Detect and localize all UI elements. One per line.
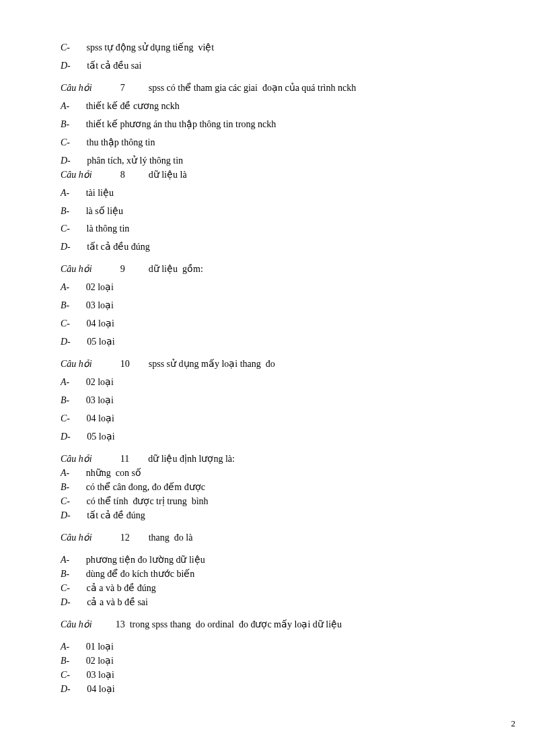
option-letter: C- <box>61 137 70 147</box>
option-text: 02 loại <box>86 282 114 292</box>
question-header: Câu hỏi 9 dữ liệu gồm: <box>61 263 488 275</box>
option-line: D- tất cả đề đúng <box>61 510 488 521</box>
question-number: 10 <box>120 359 130 369</box>
option-text: 05 loại <box>87 432 114 442</box>
option-letter: D- <box>61 156 71 166</box>
option-line: C- thu thập thông tin <box>61 137 488 148</box>
option-line: C- có thể tính được trị trung bình <box>61 495 488 507</box>
question-number: 11 <box>120 454 129 464</box>
option-letter: A- <box>61 282 69 292</box>
option-text: 04 loại <box>87 318 114 329</box>
option-letter: B- <box>61 656 69 666</box>
option-line: A- phương tiện đo lường dữ liệu <box>61 554 488 565</box>
question-label: Câu hỏi <box>61 532 92 543</box>
option-letter: B- <box>61 482 69 492</box>
option-text: 03 loại <box>86 300 114 310</box>
option-letter: B- <box>61 300 69 310</box>
option-letter: D- <box>61 432 71 442</box>
page-number: 2 <box>511 718 516 729</box>
question-label: Câu hỏi <box>61 359 92 369</box>
option-line: A- tài liệu <box>61 187 488 199</box>
option-letter: D- <box>61 337 71 347</box>
option-letter: D- <box>61 510 71 520</box>
option-letter: C- <box>61 670 70 680</box>
option-line: C- spss tự động sử dụng tiếng việt <box>61 42 488 53</box>
option-line: C- 04 loại <box>61 413 488 424</box>
option-line: D- 05 loại <box>61 431 488 442</box>
option-text: 03 loại <box>87 670 114 680</box>
option-text: tất cả đề đúng <box>87 510 145 520</box>
option-line: B- dùng để đo kích thước biến <box>61 568 488 580</box>
question-number: 7 <box>120 83 125 93</box>
option-text: 02 loại <box>86 377 114 387</box>
option-letter: D- <box>61 597 71 607</box>
document-page: C- spss tự động sử dụng tiếng việt D- tấ… <box>0 0 549 724</box>
option-text: có thể tính được trị trung bình <box>87 496 209 506</box>
option-text: cả a và b đề đúng <box>87 583 156 593</box>
option-letter: B- <box>61 395 69 405</box>
option-line: D- cả a và b đề sai <box>61 596 488 608</box>
option-letter: D- <box>61 242 71 252</box>
question-number: 8 <box>120 170 125 180</box>
question-text: spss sử dụng mấy loại thang đo <box>149 359 275 369</box>
option-text: những con số <box>86 468 141 478</box>
option-line: B- 03 loại <box>61 394 488 406</box>
question-label: Câu hỏi <box>61 264 92 274</box>
option-text: tất cả đều đúng <box>87 242 150 252</box>
question-label: Câu hỏi <box>61 170 92 180</box>
option-letter: B- <box>61 206 69 216</box>
question-text: dữ liệu định lượng là: <box>148 454 235 464</box>
question-header: Câu hỏi 12 thang đo là <box>61 532 488 543</box>
question-text: dữ liệu là <box>149 170 187 180</box>
option-text: 05 loại <box>87 337 114 347</box>
option-letter: A- <box>61 188 69 198</box>
option-letter: A- <box>61 642 69 652</box>
question-header: Câu hỏi 13 trong spss thang do ordinal đ… <box>61 619 488 630</box>
question-header: Câu hỏi 8 dữ liệu là <box>61 169 488 180</box>
option-text: 04 loại <box>87 684 114 694</box>
option-letter: D- <box>61 684 71 694</box>
option-line: B- là số liệu <box>61 205 488 217</box>
question-text: trong spss thang do ordinal đo được mấy … <box>130 619 342 629</box>
option-letter: B- <box>61 119 69 129</box>
option-letter: A- <box>61 468 69 478</box>
option-text: phân tích, xử lý thông tin <box>87 156 183 166</box>
question-header: Câu hỏi 10 spss sử dụng mấy loại thang đ… <box>61 358 488 370</box>
option-line: D- tất cả đều đúng <box>61 241 488 252</box>
option-line: D- phân tích, xử lý thông tin <box>61 155 488 166</box>
option-letter: C- <box>61 42 70 53</box>
option-text: thu thập thông tin <box>87 137 155 147</box>
option-line: A- 01 loại <box>61 641 488 652</box>
option-line: A- 02 loại <box>61 376 488 388</box>
option-line: A- thiết kế đề cương nckh <box>61 100 488 112</box>
option-line: B- thiết kế phương án thu thập thông tin… <box>61 118 488 130</box>
option-text: 01 loại <box>86 642 114 652</box>
option-line: D- tất cả đều sai <box>61 60 488 71</box>
option-line: C- 04 loại <box>61 318 488 329</box>
option-line: C- cả a và b đề đúng <box>61 582 488 594</box>
option-line: A- 02 loại <box>61 281 488 293</box>
option-letter: A- <box>61 377 69 387</box>
question-header: Câu hỏi 11 dữ liệu định lượng là: <box>61 453 488 465</box>
question-header: Câu hỏi 7 spss có thể tham gia các giai … <box>61 82 488 94</box>
option-text: thiết kế đề cương nckh <box>86 101 180 111</box>
option-line: C- là thông tin <box>61 224 488 234</box>
option-line: B- có thể cân đong, đo đếm được <box>61 481 488 493</box>
option-line: C- 03 loại <box>61 669 488 681</box>
option-line: D- 04 loại <box>61 683 488 695</box>
option-text: tất cả đều sai <box>87 61 141 71</box>
option-text: 04 loại <box>87 413 114 423</box>
option-letter: A- <box>61 101 69 111</box>
option-letter: D- <box>61 61 71 71</box>
option-line: A- những con số <box>61 467 488 479</box>
option-letter: C- <box>61 318 70 329</box>
option-text: là thông tin <box>87 224 130 234</box>
option-letter: A- <box>61 555 69 565</box>
option-text: 03 loại <box>86 395 114 405</box>
question-number: 12 <box>120 532 130 543</box>
option-text: là số liệu <box>86 206 123 216</box>
option-text: tài liệu <box>86 188 114 198</box>
question-text: dữ liệu gồm: <box>149 264 203 274</box>
option-text: dùng để đo kích thước biến <box>86 569 195 579</box>
question-label: Câu hỏi <box>61 83 92 93</box>
